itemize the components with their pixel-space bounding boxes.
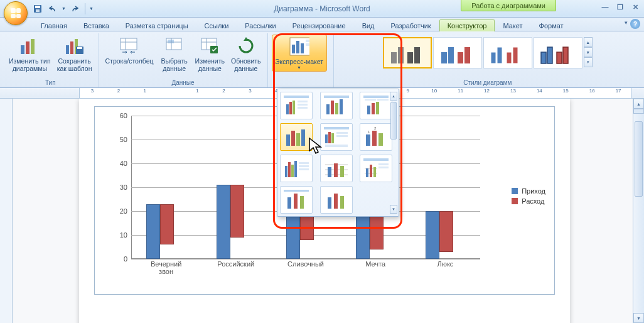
layout-option-11[interactable] xyxy=(320,186,353,214)
vertical-ruler[interactable] xyxy=(0,99,13,323)
svg-rect-90 xyxy=(340,166,344,177)
tab-developer[interactable]: Разработчик xyxy=(383,19,439,31)
styles-scroll-up[interactable]: ▲ xyxy=(584,37,593,47)
svg-rect-49 xyxy=(298,104,308,106)
save-icon[interactable] xyxy=(31,3,44,15)
svg-rect-36 xyxy=(491,52,496,63)
refresh-data-button[interactable]: Обновить данные xyxy=(228,35,264,74)
undo-dropdown-icon[interactable]: ▼ xyxy=(62,6,66,11)
vertical-scrollbar[interactable]: ▲ ▼ xyxy=(633,99,644,323)
chart-style-1[interactable] xyxy=(383,37,432,68)
change-chart-type-button[interactable]: Изменить тип диаграммы xyxy=(6,35,53,74)
quick-layout-button[interactable]: Экспресс-макет ▼ xyxy=(272,35,327,72)
layout-option-5[interactable] xyxy=(320,123,353,151)
office-button[interactable] xyxy=(4,1,28,25)
svg-rect-63 xyxy=(291,131,295,146)
redo-icon[interactable] xyxy=(68,3,81,15)
svg-rect-44 xyxy=(284,96,309,98)
save-as-template-button[interactable]: Сохранить как шаблон xyxy=(55,35,95,74)
tab-insert[interactable]: Вставка xyxy=(75,19,117,31)
svg-rect-59 xyxy=(367,106,370,114)
svg-rect-24 xyxy=(296,41,299,53)
undo-icon[interactable] xyxy=(46,3,59,15)
layout-option-8[interactable] xyxy=(320,155,353,182)
tab-page-layout[interactable]: Разметка страницы xyxy=(117,19,196,31)
scroll-up-icon[interactable]: ▲ xyxy=(633,99,644,109)
svg-rect-96 xyxy=(373,167,376,177)
svg-rect-67 xyxy=(325,134,328,143)
gallery-scroll-thumb[interactable] xyxy=(390,102,397,140)
svg-rect-60 xyxy=(372,103,375,114)
scroll-down-icon[interactable]: ▼ xyxy=(633,313,644,323)
tab-home[interactable]: Главная xyxy=(33,19,75,31)
svg-rect-58 xyxy=(377,99,389,101)
svg-rect-34 xyxy=(458,52,463,63)
chart-style-4[interactable] xyxy=(534,37,582,68)
tab-references[interactable]: Ссылки xyxy=(196,19,237,31)
svg-rect-52 xyxy=(326,104,330,114)
styles-scroll-down[interactable]: ▼ xyxy=(584,47,593,57)
qat-separator xyxy=(85,3,85,14)
svg-rect-70 xyxy=(325,145,348,147)
tab-format[interactable]: Формат xyxy=(531,19,572,31)
tab-mailings[interactable]: Рассылки xyxy=(237,19,284,31)
layout-option-1[interactable] xyxy=(280,92,313,119)
styles-more[interactable]: ▾ xyxy=(584,57,593,67)
svg-rect-50 xyxy=(298,107,308,109)
tab-layout[interactable]: Макет xyxy=(495,19,530,31)
help-icon[interactable]: ? xyxy=(630,19,640,29)
gallery-scroll-up[interactable]: ▲ xyxy=(390,92,397,101)
layout-option-3[interactable] xyxy=(360,92,392,119)
svg-rect-33 xyxy=(448,47,454,63)
ribbon-minimize-icon[interactable]: ▾ xyxy=(625,19,628,26)
svg-rect-61 xyxy=(376,102,379,114)
select-data-label: Выбрать данные xyxy=(161,57,187,72)
layout-option-2[interactable] xyxy=(320,92,353,119)
tab-design[interactable]: Конструктор xyxy=(439,19,495,31)
chart-style-3[interactable] xyxy=(483,37,532,68)
svg-rect-75 xyxy=(378,133,383,146)
svg-rect-95 xyxy=(370,165,372,177)
switch-row-column-label: Строка/столбец xyxy=(105,57,154,65)
restore-button[interactable]: ❐ xyxy=(615,3,625,11)
dropdown-caret-icon: ▼ xyxy=(297,65,301,70)
layout-option-10[interactable] xyxy=(280,186,313,214)
svg-rect-81 xyxy=(294,161,297,177)
svg-rect-29 xyxy=(398,47,404,63)
switch-row-column-button[interactable]: Строка/столбец xyxy=(103,35,156,66)
quick-access-toolbar: ▼ ▼ xyxy=(31,0,94,17)
layout-option-4[interactable] xyxy=(280,123,313,151)
window-controls: — ❐ ✕ xyxy=(600,3,640,11)
svg-rect-51 xyxy=(324,96,349,98)
svg-text:2: 2 xyxy=(374,126,377,130)
scroll-thumb[interactable] xyxy=(635,121,643,197)
svg-rect-98 xyxy=(378,167,389,168)
tab-view[interactable]: Вид xyxy=(354,19,383,31)
svg-rect-74 xyxy=(372,131,377,146)
tab-review[interactable]: Рецензирование xyxy=(284,19,354,31)
gallery-scroll-down[interactable]: ▼ xyxy=(390,205,397,214)
svg-rect-71 xyxy=(336,132,348,134)
svg-rect-4 xyxy=(26,41,30,54)
svg-rect-47 xyxy=(292,101,295,114)
split-handle[interactable] xyxy=(633,109,644,114)
layout-option-7[interactable] xyxy=(280,155,313,182)
edit-data-button[interactable]: Изменить данные xyxy=(193,35,227,74)
template-icon xyxy=(65,36,85,56)
close-button[interactable]: ✕ xyxy=(630,3,640,11)
layout-option-9[interactable] xyxy=(360,155,392,182)
layout-option-6[interactable]: 12 xyxy=(360,123,392,151)
edit-data-label: Изменить данные xyxy=(195,57,225,72)
gallery-scrollbar[interactable]: ▲ ▼ xyxy=(390,92,397,214)
svg-rect-94 xyxy=(366,168,368,177)
svg-rect-5 xyxy=(31,39,35,54)
svg-rect-10 xyxy=(77,47,82,49)
chart-style-2[interactable] xyxy=(433,37,482,68)
ribbon: Изменить тип диаграммы Сохранить как шаб… xyxy=(0,31,644,88)
qat-customize-icon[interactable]: ▼ xyxy=(89,6,94,11)
minimize-button[interactable]: — xyxy=(600,3,610,11)
select-data-button[interactable]: Выбрать данные xyxy=(158,35,191,74)
svg-rect-23 xyxy=(292,45,295,53)
svg-rect-97 xyxy=(378,163,389,165)
svg-rect-57 xyxy=(365,99,376,101)
